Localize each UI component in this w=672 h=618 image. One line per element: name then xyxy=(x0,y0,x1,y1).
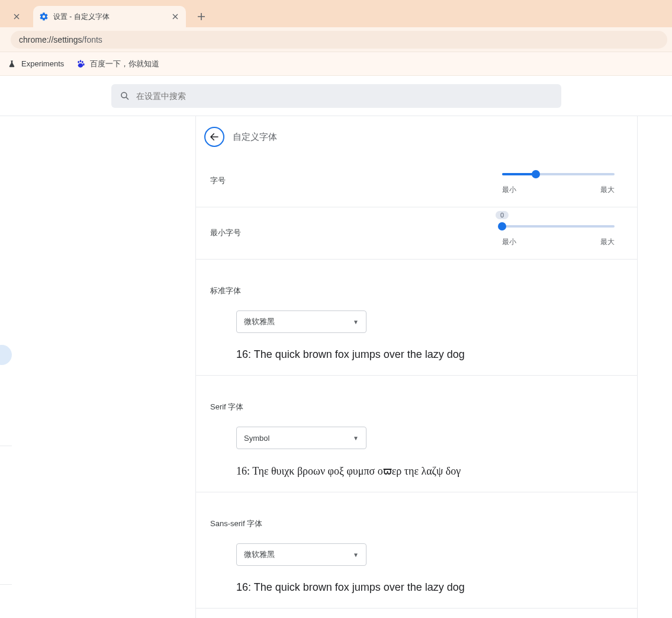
select-value: 微软雅黑 xyxy=(244,549,275,560)
font-size-label: 字号 xyxy=(210,173,226,186)
min-font-size-label: 最小字号 xyxy=(210,225,241,238)
standard-font-section: 标准字体 微软雅黑 ▼ 16: The quick brown fox jump… xyxy=(196,260,637,376)
page-title: 自定义字体 xyxy=(233,132,277,143)
close-tab-button[interactable] xyxy=(171,12,180,21)
sidebar-edge xyxy=(0,116,14,618)
tab-strip: 设置 - 自定义字体 xyxy=(0,0,672,27)
flask-icon xyxy=(7,59,17,69)
standard-font-sample: 16: The quick brown fox jumps over the l… xyxy=(236,348,623,361)
slider-max-label: 最大 xyxy=(600,185,615,195)
standard-font-title: 标准字体 xyxy=(210,286,623,296)
svg-point-0 xyxy=(78,60,80,63)
sansserif-font-sample: 16: The quick brown fox jumps over the l… xyxy=(236,581,623,594)
serif-font-title: Serif 字体 xyxy=(210,402,623,412)
slider-thumb[interactable] xyxy=(498,222,506,230)
select-value: Symbol xyxy=(244,434,269,443)
url-path: /fonts xyxy=(82,35,102,44)
slider-max-label: 最大 xyxy=(600,237,615,247)
url-protocol: chrome:// xyxy=(19,35,53,44)
back-button[interactable] xyxy=(204,127,224,147)
active-tab[interactable]: 设置 - 自定义字体 xyxy=(33,6,186,27)
omnibox[interactable]: chrome://settings/fonts xyxy=(11,31,667,49)
slider-thumb[interactable] xyxy=(532,170,540,178)
settings-search-header xyxy=(0,76,672,116)
bookmark-label: Experiments xyxy=(21,59,64,68)
bookmark-experiments[interactable]: Experiments xyxy=(7,59,64,69)
sansserif-font-title: Sans-serif 字体 xyxy=(210,518,623,529)
url-host: settings xyxy=(53,35,82,44)
select-value: 微软雅黑 xyxy=(244,316,275,327)
sansserif-font-select[interactable]: 微软雅黑 ▼ xyxy=(236,543,366,566)
tab-title: 设置 - 自定义字体 xyxy=(53,12,166,22)
sidebar-active-indicator xyxy=(0,345,12,365)
slider-min-label: 最小 xyxy=(502,237,516,247)
min-font-size-section: 最小字号 0 最小 最大 xyxy=(196,207,637,260)
min-font-size-slider[interactable] xyxy=(502,225,615,228)
prev-tab[interactable] xyxy=(0,6,33,27)
slider-tooltip: 0 xyxy=(496,211,509,219)
address-bar: chrome://settings/fonts xyxy=(0,27,672,52)
bookmark-baidu[interactable]: 百度一下，你就知道 xyxy=(76,59,159,69)
baidu-paw-icon xyxy=(76,59,85,69)
bookmark-label: 百度一下，你就知道 xyxy=(90,59,159,69)
serif-font-select[interactable]: Symbol ▼ xyxy=(236,427,366,449)
font-size-slider[interactable] xyxy=(502,173,615,175)
chevron-down-icon: ▼ xyxy=(353,552,359,558)
serif-font-sample: 16: Τηε θυιχκ βροων φοξ φυμπσ οϖερ τηε λ… xyxy=(236,465,623,478)
chevron-down-icon: ▼ xyxy=(353,319,359,325)
svg-point-2 xyxy=(82,60,83,63)
sidebar-divider xyxy=(0,584,12,585)
svg-point-3 xyxy=(83,63,85,65)
url-text: chrome://settings/fonts xyxy=(19,35,102,44)
standard-font-select[interactable]: 微软雅黑 ▼ xyxy=(236,310,366,333)
close-icon[interactable] xyxy=(12,12,21,21)
settings-search-box[interactable] xyxy=(111,84,561,108)
new-tab-button[interactable] xyxy=(193,8,210,25)
fixed-font-section: 宽度固定的字体 ▼ xyxy=(196,609,637,618)
settings-search-input[interactable] xyxy=(136,91,553,101)
svg-point-1 xyxy=(80,60,82,62)
sidebar-divider xyxy=(0,446,12,446)
svg-point-4 xyxy=(121,92,127,98)
bookmarks-bar: Experiments 百度一下，你就知道 xyxy=(0,52,672,76)
settings-main: 自定义字体 字号 最小 最大 最小字号 0 最小 最大 xyxy=(195,116,638,618)
sansserif-font-section: Sans-serif 字体 微软雅黑 ▼ 16: The quick brown… xyxy=(196,492,637,609)
serif-font-section: Serif 字体 Symbol ▼ 16: Τηε θυιχκ βροων φο… xyxy=(196,376,637,492)
page-header: 自定义字体 xyxy=(196,116,637,155)
slider-min-label: 最小 xyxy=(502,185,516,195)
chevron-down-icon: ▼ xyxy=(353,435,359,441)
search-icon xyxy=(120,91,130,101)
settings-gear-icon xyxy=(39,12,49,21)
font-size-section: 字号 最小 最大 xyxy=(196,155,637,207)
